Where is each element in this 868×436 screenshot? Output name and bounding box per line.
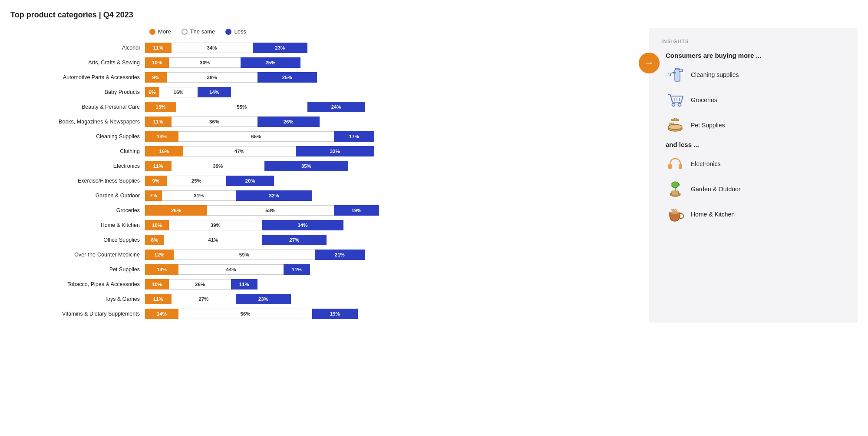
- electronics-icon: [666, 154, 685, 173]
- bar-more: 10%: [145, 220, 169, 230]
- bar-less: 32%: [236, 190, 312, 201]
- svg-point-2: [670, 74, 671, 76]
- legend: More The same Less: [149, 28, 640, 35]
- bar-segments: 11%27%23%: [145, 294, 640, 304]
- bar-label: Office Supplies: [10, 237, 145, 243]
- bar-same: 39%: [169, 220, 262, 230]
- bar-label: Exercise/Fitness Supplies: [10, 178, 145, 184]
- table-row: Alcohol11%34%23%: [10, 42, 640, 54]
- bar-more: 12%: [145, 250, 174, 260]
- bar-label: Arts, Crafts & Sewing: [10, 60, 145, 66]
- bar-less: 20%: [226, 176, 274, 186]
- svg-point-10: [672, 103, 675, 107]
- insight-groceries: Groceries: [666, 90, 845, 110]
- insight-pet: $$$ Pet Supplies: [666, 116, 845, 135]
- bar-same: 31%: [162, 190, 236, 201]
- bar-segments: 16%47%33%: [145, 146, 640, 156]
- bar-label: Electronics: [10, 163, 145, 169]
- table-row: Baby Products6%16%14%: [10, 86, 640, 98]
- insight-cleaning: Cleaning supplies: [666, 65, 845, 84]
- insight-less-heading: and less ...: [666, 141, 845, 148]
- insight-arrow: →: [639, 53, 660, 73]
- bar-less: 23%: [236, 294, 291, 304]
- bar-same: 27%: [172, 294, 236, 304]
- bar-same: 26%: [169, 279, 231, 290]
- legend-less-dot: [225, 29, 231, 35]
- bar-more: 11%: [145, 161, 172, 171]
- table-row: Toys & Games11%27%23%: [10, 293, 640, 305]
- table-row: Tobacco, Pipes & Accessories10%26%11%: [10, 278, 640, 290]
- table-row: Cleaning Supplies14%65%17%: [10, 130, 640, 143]
- legend-same-label: The same: [190, 28, 215, 35]
- bar-less: 11%: [231, 279, 257, 290]
- bar-segments: 9%38%25%: [145, 72, 640, 83]
- table-row: Over-the-Counter Medicine12%59%21%: [10, 249, 640, 261]
- bar-same: 44%: [178, 264, 284, 275]
- bar-less: 26%: [257, 116, 320, 127]
- insights-label: INSIGHTS: [661, 39, 845, 44]
- groceries-icon: [666, 90, 685, 110]
- bar-less: 34%: [262, 220, 343, 230]
- cleaning-icon: [666, 65, 685, 84]
- bar-less: 25%: [257, 72, 317, 83]
- bar-same: 65%: [178, 131, 334, 142]
- bar-more: 11%: [145, 43, 172, 53]
- page-title: Top product categories | Q4 2023: [10, 10, 858, 20]
- bar-less: 21%: [315, 250, 365, 260]
- insights-panel: → INSIGHTS Consumers are buying more ...: [649, 28, 858, 323]
- bar-segments: 14%65%17%: [145, 131, 640, 142]
- bar-label: Groceries: [10, 207, 145, 213]
- table-row: Home & Kitchen10%39%34%: [10, 219, 640, 231]
- bar-segments: 11%39%35%: [145, 161, 640, 171]
- bar-more: 14%: [145, 264, 178, 275]
- bar-segments: 12%59%21%: [145, 250, 640, 260]
- bar-same: 53%: [207, 205, 334, 216]
- svg-rect-1: [673, 72, 676, 73]
- bar-more: 14%: [145, 131, 178, 142]
- electronics-label: Electronics: [691, 160, 720, 167]
- bar-more: 10%: [145, 57, 169, 68]
- page-container: Top product categories | Q4 2023 More Th…: [10, 10, 858, 323]
- bar-label: Tobacco, Pipes & Accessories: [10, 281, 145, 287]
- bar-more: 9%: [145, 72, 167, 83]
- bar-label: Baby Products: [10, 89, 145, 95]
- table-row: Office Supplies8%41%27%: [10, 234, 640, 246]
- insight-main: Consumers are buying more ...: [666, 52, 845, 224]
- svg-point-11: [678, 103, 681, 107]
- garden-icon: [666, 180, 685, 199]
- bar-less: 17%: [334, 131, 375, 142]
- svg-rect-16: [679, 164, 682, 169]
- bar-more: 9%: [145, 176, 167, 186]
- legend-less-label: Less: [234, 28, 246, 35]
- svg-rect-0: [675, 69, 680, 81]
- cleaning-label: Cleaning supplies: [691, 71, 739, 78]
- groceries-label: Groceries: [691, 97, 717, 103]
- svg-point-5: [669, 77, 670, 77]
- bar-segments: 10%26%11%: [145, 279, 640, 290]
- legend-more-dot: [149, 29, 155, 35]
- legend-more-label: More: [158, 28, 171, 35]
- legend-same: The same: [182, 28, 215, 35]
- bar-label: Garden & Outdoor: [10, 193, 145, 199]
- bar-label: Toys & Games: [10, 296, 145, 302]
- bar-less: 27%: [262, 235, 327, 245]
- bar-segments: 11%36%26%: [145, 116, 640, 127]
- bar-label: Pet Supplies: [10, 266, 145, 273]
- bar-more: 26%: [145, 205, 207, 216]
- bar-segments: 10%39%34%: [145, 220, 640, 230]
- bar-label: Over-the-Counter Medicine: [10, 252, 145, 258]
- bar-label: Cleaning Supplies: [10, 133, 145, 140]
- svg-rect-18: [672, 191, 679, 195]
- bar-more: 11%: [145, 294, 172, 304]
- table-row: Pet Supplies14%44%11%: [10, 263, 640, 276]
- svg-point-21: [670, 211, 680, 214]
- bar-less: 33%: [296, 146, 375, 156]
- table-row: Clothing16%47%33%: [10, 145, 640, 157]
- svg-point-19: [672, 182, 679, 188]
- legend-less: Less: [225, 28, 246, 35]
- table-row: Groceries26%53%19%: [10, 204, 640, 216]
- bar-same: 30%: [169, 57, 241, 68]
- bar-segments: 9%25%20%: [145, 176, 640, 186]
- svg-text:$$$: $$$: [669, 122, 674, 126]
- bar-less: 24%: [307, 102, 365, 112]
